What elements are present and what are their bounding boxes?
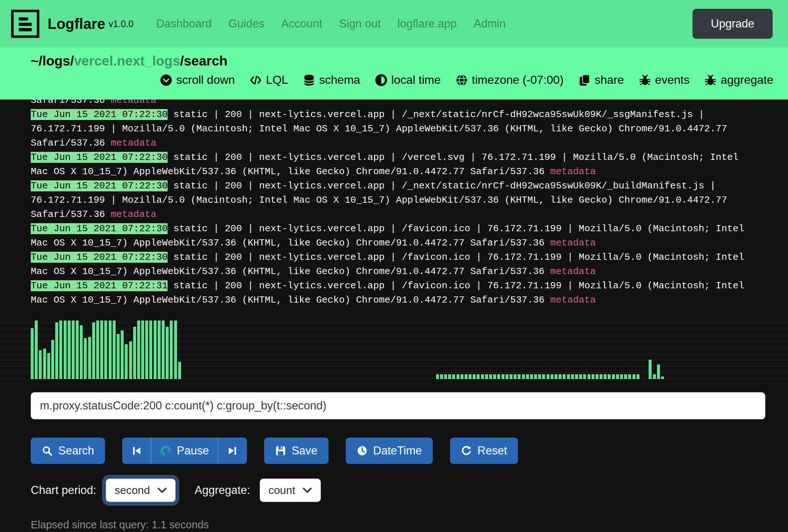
- chart-bar: [583, 374, 586, 379]
- chart-bar: [133, 327, 136, 379]
- breadcrumb: ~/logs/vercel.next_logs/search: [31, 53, 773, 69]
- version-label: v1.0.0: [109, 19, 134, 29]
- nav-links: DashboardGuidesAccountSign outlogflare.a…: [156, 17, 506, 30]
- pause-button[interactable]: Pause: [151, 438, 218, 464]
- chart-bar: [534, 374, 537, 379]
- chart-bar: [542, 374, 545, 379]
- chart-bar: [64, 321, 67, 379]
- chart-bar: [600, 374, 603, 379]
- log-list: Safari/537.36 metadataTue Jun 15 2021 07…: [31, 100, 758, 307]
- chart-bar: [113, 321, 116, 379]
- chart-bar: [493, 374, 496, 379]
- elapsed-status: Elapsed since last query: 1.1 seconds: [31, 519, 788, 531]
- metadata-link[interactable]: metadata: [550, 295, 596, 306]
- metadata-link[interactable]: metadata: [110, 100, 156, 106]
- tool-aggregate[interactable]: aggregate: [704, 73, 773, 87]
- breadcrumb-source-name[interactable]: vercel.next_logs: [74, 53, 180, 68]
- chart-bar: [178, 362, 181, 379]
- chart-bar: [154, 321, 157, 379]
- nav-item-dashboard[interactable]: Dashboard: [156, 17, 212, 30]
- metadata-link[interactable]: metadata: [110, 138, 156, 149]
- chart-bar: [35, 321, 38, 379]
- chart-bar: [96, 321, 99, 379]
- chart-bar: [457, 374, 459, 379]
- metadata-link[interactable]: metadata: [110, 209, 156, 220]
- tool-timezone-07-00[interactable]: timezone (-07:00): [455, 73, 564, 87]
- metadata-link[interactable]: metadata: [550, 166, 596, 177]
- step-backward-button[interactable]: [122, 438, 151, 464]
- search-row: [31, 392, 788, 419]
- chart-bar: [465, 374, 468, 379]
- chart-bar: [481, 374, 484, 379]
- upgrade-button[interactable]: Upgrade: [693, 9, 773, 39]
- chart-bar: [469, 374, 472, 379]
- event-timeline-chart: [0, 318, 788, 379]
- chart-bar: [31, 328, 34, 379]
- step-backward-icon: [131, 445, 142, 456]
- breadcrumb-prefix: ~/logs/: [31, 53, 74, 68]
- chart-bar: [624, 374, 627, 379]
- search-button[interactable]: Search: [31, 438, 105, 464]
- save-icon: [275, 445, 286, 456]
- reset-button[interactable]: Reset: [450, 438, 518, 464]
- tool-schema[interactable]: schema: [303, 73, 360, 87]
- aggregate-select[interactable]: count: [260, 479, 321, 502]
- chart-bar: [633, 374, 635, 379]
- step-forward-icon: [227, 445, 238, 456]
- bug-icon: [704, 74, 717, 86]
- code-icon: [249, 74, 262, 86]
- chart-bar: [444, 374, 447, 379]
- chart-bar: [461, 374, 464, 379]
- tool-lql[interactable]: LQL: [249, 73, 288, 87]
- log-entry: Tue Jun 15 2021 07:22:30 static | 200 | …: [31, 150, 758, 179]
- chart-bar: [653, 374, 656, 379]
- chart-bar: [514, 374, 517, 379]
- nav-item-admin[interactable]: Admin: [474, 17, 506, 30]
- chart-bar: [522, 374, 525, 379]
- tool-scroll-down[interactable]: scroll down: [160, 73, 235, 87]
- chevron-down-icon: [303, 487, 312, 493]
- metadata-link[interactable]: metadata: [550, 266, 596, 277]
- tool-local-time[interactable]: local time: [375, 73, 441, 87]
- log-entry: Tue Jun 15 2021 07:22:30 static | 200 | …: [31, 250, 758, 279]
- log-viewport[interactable]: Safari/537.36 metadataTue Jun 15 2021 07…: [0, 100, 788, 314]
- search-icon: [42, 445, 53, 456]
- chart-period-select[interactable]: second: [106, 479, 176, 502]
- chart-bar: [158, 321, 161, 379]
- search-query-input[interactable]: [31, 392, 765, 419]
- chart-bar: [526, 374, 529, 379]
- chart-bar: [538, 374, 541, 379]
- chart-bar: [141, 321, 144, 379]
- chart-bar: [637, 374, 639, 379]
- chart-bars: [31, 321, 665, 379]
- logflare-logo-icon[interactable]: [11, 10, 40, 38]
- top-navbar: Logflare v1.0.0 DashboardGuidesAccountSi…: [0, 0, 788, 48]
- chart-bar: [567, 374, 570, 379]
- tool-share[interactable]: share: [578, 73, 624, 87]
- save-button[interactable]: Save: [264, 438, 329, 464]
- chart-bar: [43, 349, 46, 379]
- chart-bar: [166, 327, 169, 379]
- metadata-link[interactable]: metadata: [550, 237, 596, 248]
- aggregate-label: Aggregate:: [195, 484, 250, 497]
- step-forward-button[interactable]: [218, 438, 247, 464]
- clock-icon: [357, 445, 368, 456]
- brand-title[interactable]: Logflare: [48, 16, 105, 32]
- nav-item-logflare-app[interactable]: logflare.app: [398, 17, 457, 30]
- nav-item-sign-out[interactable]: Sign out: [339, 17, 381, 30]
- log-entry: Tue Jun 15 2021 07:22:30 static | 200 | …: [31, 222, 758, 250]
- nav-item-guides[interactable]: Guides: [229, 17, 264, 30]
- chart-bar: [563, 374, 566, 379]
- datetime-button[interactable]: DateTime: [346, 438, 433, 464]
- chart-bar: [559, 374, 562, 379]
- action-buttons-row: Search Pause Save DateTime Reset: [31, 438, 788, 464]
- reset-icon: [461, 445, 472, 456]
- tool-events[interactable]: events: [639, 73, 690, 87]
- chart-bar: [92, 322, 95, 379]
- log-timestamp: Tue Jun 15 2021 07:22:30: [31, 180, 168, 191]
- chart-bar: [518, 374, 521, 379]
- chart-bar: [608, 374, 611, 379]
- chart-bar: [477, 374, 480, 379]
- chart-bar: [661, 376, 664, 379]
- nav-item-account[interactable]: Account: [281, 17, 322, 30]
